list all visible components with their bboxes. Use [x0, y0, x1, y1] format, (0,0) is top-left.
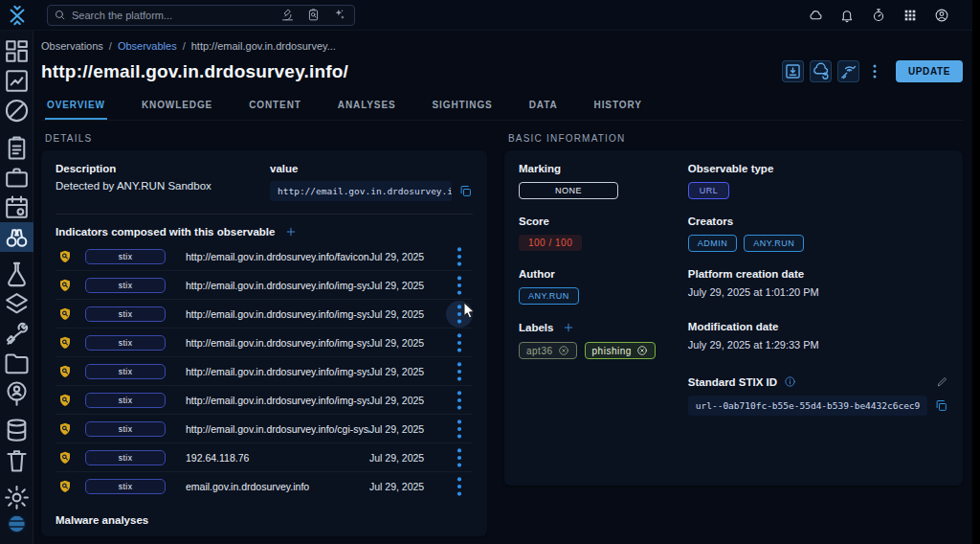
indicator-row[interactable]: stix http://email.gov.in.drdosurvey.info…: [56, 357, 473, 386]
sidebar-item-database[interactable]: [0, 416, 33, 445]
row-kebab-button[interactable]: [446, 301, 473, 328]
cloud-sync-button[interactable]: [810, 60, 832, 82]
row-kebab-button[interactable]: [446, 473, 473, 500]
update-button[interactable]: UPDATE: [896, 60, 963, 82]
row-kebab-button[interactable]: [446, 272, 473, 299]
copy-stix-id-button[interactable]: [934, 398, 948, 413]
tabs: OVERVIEWKNOWLEDGECONTENTANALYSESSIGHTING…: [41, 94, 963, 121]
row-kebab-button[interactable]: [446, 444, 473, 471]
marking-label: Marking: [519, 163, 663, 174]
indicator-row[interactable]: stix http://email.gov.in.drdosurvey.info…: [56, 300, 473, 329]
observable-type-chip[interactable]: URL: [688, 182, 730, 199]
indicator-row[interactable]: stix http://email.gov.in.drdosurvey.info…: [56, 271, 473, 300]
basic-info-section-title: BASIC INFORMATION: [508, 133, 963, 144]
indicator-date: Jul 29, 2025: [369, 337, 446, 349]
sidebar-item-compass[interactable]: [0, 96, 33, 125]
label-chip-apt36[interactable]: apt36: [519, 342, 577, 359]
copy-value-button[interactable]: [458, 184, 473, 198]
indicator-row[interactable]: stix http://email.gov.in.drdosurvey.info…: [56, 415, 473, 443]
creators-label: Creators: [688, 215, 949, 227]
remove-label-icon[interactable]: [558, 345, 569, 356]
sidebar-item-trash[interactable]: [0, 445, 33, 475]
indicator-row[interactable]: stix 192.64.118.76 Jul 29, 2025: [56, 443, 473, 472]
screen-edge: [972, 0, 980, 544]
breadcrumb-item: Observations: [41, 40, 103, 52]
tab-sightings[interactable]: SIGHTINGS: [431, 94, 495, 120]
tab-overview[interactable]: OVERVIEW: [45, 94, 107, 120]
row-kebab-button[interactable]: [446, 358, 473, 385]
indicator-shield-icon: [57, 306, 73, 322]
sidebar-item-clipboard[interactable]: [0, 133, 33, 163]
sidebar-item-briefcase[interactable]: [0, 163, 33, 193]
indicator-row[interactable]: stix email.gov.in.drdosurvey.info Jul 29…: [56, 472, 473, 501]
indicator-date: Jul 29, 2025: [369, 452, 446, 464]
search-input[interactable]: [72, 10, 275, 21]
bell-icon[interactable]: [839, 8, 855, 23]
sidebar-item-layers[interactable]: [0, 289, 33, 319]
radar-button[interactable]: [837, 60, 859, 82]
sparkles-icon[interactable]: [332, 8, 346, 22]
sidebar-item-calendar[interactable]: [0, 193, 33, 222]
left-sidebar: [0, 31, 33, 544]
stix-id-box: url--0ab710fc-b55e-55d4-b539-be4432c6cec…: [688, 396, 928, 416]
sidebar-item-person-pin[interactable]: [0, 378, 33, 408]
row-kebab-button[interactable]: [446, 416, 473, 442]
tab-data[interactable]: DATA: [527, 94, 560, 120]
author-label: Author: [519, 268, 663, 280]
edit-pencil-button[interactable]: [936, 375, 948, 388]
account-icon[interactable]: [934, 8, 949, 23]
box-download-button[interactable]: [782, 60, 804, 82]
clipboard-search-icon[interactable]: [306, 8, 321, 22]
add-label-button[interactable]: [562, 321, 575, 334]
microscope-icon[interactable]: [280, 8, 295, 22]
add-indicator-button[interactable]: [284, 225, 298, 238]
indicators-title: Indicators composed with this observable: [56, 226, 275, 238]
indicator-row[interactable]: stix http://email.gov.in.drdosurvey.info…: [56, 329, 473, 357]
indicators-list: stix http://email.gov.in.drdosurvey.info…: [56, 242, 473, 501]
sidebar-item-image-chart[interactable]: [0, 66, 33, 96]
platform-logo[interactable]: [0, 5, 33, 26]
filigran-avatar[interactable]: [0, 512, 33, 535]
sidebar-item-folder[interactable]: [0, 349, 33, 378]
stix-type-chip: stix: [85, 335, 166, 351]
author-chip[interactable]: ANY.RUN: [519, 287, 579, 305]
breadcrumb: Observations/Observables/http://email.go…: [41, 40, 963, 52]
row-kebab-button[interactable]: [446, 243, 473, 270]
sidebar-item-flask[interactable]: [0, 260, 33, 289]
stopwatch-icon[interactable]: [871, 8, 886, 23]
indicator-row[interactable]: stix http://email.gov.in.drdosurvey.info…: [56, 386, 473, 415]
search-icon: [54, 9, 66, 21]
info-icon[interactable]: [784, 375, 796, 388]
row-kebab-button[interactable]: [446, 387, 473, 414]
label-chip-phishing[interactable]: phishing: [585, 342, 656, 359]
observable-type-label: Observable type: [688, 163, 949, 174]
creator-chip[interactable]: ANY.RUN: [744, 235, 804, 252]
creator-chip[interactable]: ADMIN: [688, 235, 738, 252]
tab-content[interactable]: CONTENT: [247, 94, 303, 120]
indicator-row[interactable]: stix http://email.gov.in.drdosurvey.info…: [56, 242, 473, 271]
labels-chips: apt36phishing: [519, 342, 663, 359]
sidebar-item-tools[interactable]: [0, 319, 33, 349]
breadcrumb-separator: /: [183, 40, 186, 52]
breadcrumb-item[interactable]: Observables: [118, 40, 177, 52]
remove-label-icon[interactable]: [636, 345, 648, 356]
sidebar-item-gear[interactable]: [0, 483, 33, 512]
tab-history[interactable]: HISTORY: [592, 94, 644, 120]
score-badge: 100 / 100: [519, 235, 582, 251]
tab-knowledge[interactable]: KNOWLEDGE: [140, 94, 214, 120]
cloud-icon[interactable]: [808, 8, 823, 23]
sidebar-item-dashboard[interactable]: [0, 36, 33, 66]
indicator-shield-icon: [57, 364, 73, 379]
header-actions: UPDATE: [782, 60, 963, 82]
creators-chips: ADMINANY.RUN: [688, 235, 949, 252]
sidebar-item-binoculars[interactable]: [0, 222, 33, 252]
indicator-shield-icon: [57, 335, 73, 351]
page-title: http://email.gov.in.drdosurvey.info/: [41, 61, 348, 82]
marking-chip[interactable]: NONE: [519, 182, 618, 199]
tab-analyses[interactable]: ANALYSES: [336, 94, 398, 120]
value-box: http://email.gov.in.drdosurvey.info/: [270, 181, 452, 201]
more-options-button[interactable]: [865, 60, 884, 82]
indicator-name: http://email.gov.in.drdosurvey.info/img-…: [186, 337, 369, 349]
row-kebab-button[interactable]: [446, 329, 473, 356]
apps-grid-icon[interactable]: [902, 8, 918, 23]
